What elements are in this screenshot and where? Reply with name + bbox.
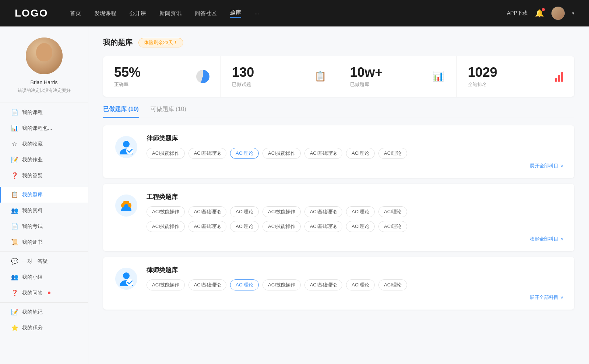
user-dropdown-arrow[interactable]: ▾: [572, 11, 574, 16]
qbank-collapse-button-1[interactable]: 收起全部科目 ∧: [147, 236, 564, 242]
stat-done-banks-value: 10w+: [350, 65, 383, 80]
sidebar-item-我的题库[interactable]: 📋我的题库: [0, 187, 88, 203]
qbank-tag[interactable]: ACI理论: [346, 148, 375, 159]
qbank-title-2: 律师类题库: [147, 266, 564, 274]
qbank-tag[interactable]: ACI技能操作: [147, 206, 185, 217]
sidebar-divider: [0, 251, 88, 252]
sidebar-menu-icon: 📝: [11, 156, 18, 163]
qbank-tag[interactable]: ACI理论: [230, 206, 259, 217]
qbank-tag[interactable]: ACI基础理论: [188, 148, 227, 159]
qbank-cards-container: 律师类题库ACI技能操作ACI基础理论ACI理论ACI技能操作ACI基础理论AC…: [103, 125, 574, 310]
sidebar-menu-label: 我的课程: [22, 109, 43, 116]
stat-done-banks-label: 已做题库: [350, 81, 383, 88]
qbank-tag[interactable]: ACI基础理论: [188, 279, 227, 290]
qbank-tag[interactable]: ACI理论: [230, 279, 259, 290]
notification-bell[interactable]: 🔔: [535, 9, 544, 18]
navbar-menu-item[interactable]: ···: [254, 10, 259, 17]
sidebar-item-我的答疑[interactable]: ❓我的答疑: [0, 168, 88, 183]
stat-done-questions-value: 130: [232, 65, 254, 80]
qbank-tag[interactable]: ACI理论: [378, 279, 407, 290]
qbank-tag[interactable]: ACI理论: [378, 221, 407, 232]
trial-badge: 体验剩余23天！: [138, 38, 183, 47]
sidebar-item-一对一答疑[interactable]: 💬一对一答疑: [0, 253, 88, 269]
sidebar-item-我的课程包...[interactable]: 📊我的课程包...: [0, 120, 88, 136]
navbar-menu-item[interactable]: 首页: [70, 10, 81, 17]
qbank-tag[interactable]: ACI技能操作: [262, 148, 301, 159]
tab-done-banks[interactable]: 已做题库 (10): [103, 106, 139, 118]
tabs-row: 已做题库 (10) 可做题库 (10): [103, 106, 574, 118]
avatar-image: [551, 7, 565, 20]
stat-rank-left: 1029 全站排名: [468, 65, 497, 88]
navbar-menu-item[interactable]: 问答社区: [195, 10, 217, 17]
qbank-tag[interactable]: ACI基础理论: [304, 279, 343, 290]
notification-dot: [542, 8, 545, 11]
navbar-menu-item[interactable]: 发现课程: [94, 10, 116, 17]
sidebar-menu: 📄我的课程📊我的课程包...☆我的收藏📝我的作业❓我的答疑📋我的题库👥我的资料📄…: [0, 104, 88, 336]
qbank-icon-lawyer: [113, 134, 139, 160]
tab-available-banks[interactable]: 可做题库 (10): [151, 106, 186, 118]
qbank-card-header-1: 工程类题库ACI技能操作ACI基础理论ACI理论ACI技能操作ACI基础理论AC…: [113, 193, 564, 242]
sidebar-divider: [0, 302, 88, 303]
app-download-button[interactable]: APP下载: [507, 10, 528, 17]
qbank-tag[interactable]: ACI理论: [230, 148, 259, 159]
main-content: 我的题库 体验剩余23天！ 55% 正确率 130 已做试题 📋: [88, 26, 589, 364]
qbank-expand-button-2[interactable]: 展开全部科目 ∨: [147, 294, 564, 301]
sidebar-menu-label: 我的问答: [22, 290, 43, 296]
navbar-menu-item[interactable]: 题库: [230, 9, 241, 18]
sidebar-menu-label: 我的积分: [22, 325, 43, 331]
sidebar-menu-label: 一对一答疑: [22, 258, 48, 265]
qbank-tags-row2-1: ACI技能操作ACI基础理论ACI理论ACI技能操作ACI基础理论ACI理论AC…: [147, 221, 564, 232]
qbank-tag[interactable]: ACI基础理论: [188, 206, 227, 217]
qbank-tag[interactable]: ACI理论: [346, 206, 375, 217]
sidebar-item-我的作业[interactable]: 📝我的作业: [0, 152, 88, 168]
stat-accuracy: 55% 正确率: [103, 56, 221, 97]
sidebar-item-我的考试[interactable]: 📄我的考试: [0, 218, 88, 234]
sidebar-divider-top: [0, 103, 88, 103]
navbar-menu-item[interactable]: 公开课: [130, 10, 146, 17]
stat-rank-label: 全站排名: [468, 81, 497, 88]
sidebar-item-我的资料[interactable]: 👥我的资料: [0, 203, 88, 218]
stat-rank-value: 1029: [468, 65, 497, 80]
qbank-tag[interactable]: ACI理论: [378, 206, 407, 217]
sidebar-motto: 错误的决定比没有决定要好: [12, 88, 77, 94]
svg-point-1: [123, 141, 130, 147]
accuracy-pie-icon: [196, 70, 209, 83]
sidebar-item-我的证书[interactable]: 📜我的证书: [0, 234, 88, 250]
qbank-tag[interactable]: ACI理论: [346, 279, 375, 290]
sidebar-item-我的积分[interactable]: ⭐我的积分: [0, 320, 88, 336]
avatar[interactable]: [551, 7, 565, 20]
qbank-tag[interactable]: ACI技能操作: [262, 221, 301, 232]
sidebar-menu-icon: 📝: [11, 308, 18, 315]
qbank-tag[interactable]: ACI技能操作: [147, 279, 185, 290]
sidebar-menu-icon: 👥: [11, 274, 18, 281]
qbank-expand-button-0[interactable]: 展开全部科目 ∨: [147, 163, 564, 169]
qbank-tag[interactable]: ACI理论: [346, 221, 375, 232]
qbank-tag[interactable]: ACI基础理论: [188, 221, 227, 232]
qbank-title-1: 工程类题库: [147, 193, 564, 201]
sidebar-item-我的收藏[interactable]: ☆我的收藏: [0, 136, 88, 152]
qbank-tag[interactable]: ACI理论: [230, 221, 259, 232]
qbank-tag[interactable]: ACI基础理论: [304, 206, 343, 217]
sidebar-menu-label: 我的小组: [22, 274, 43, 281]
sidebar-item-我的问答[interactable]: ❓我的问答: [0, 285, 88, 301]
qbank-tag[interactable]: ACI基础理论: [304, 148, 343, 159]
qbank-tag[interactable]: ACI技能操作: [147, 148, 185, 159]
sidebar-item-我的课程[interactable]: 📄我的课程: [0, 104, 88, 120]
qbank-tag[interactable]: ACI技能操作: [147, 221, 185, 232]
logo[interactable]: LOGO: [15, 7, 48, 19]
qbank-tag[interactable]: ACI技能操作: [262, 206, 301, 217]
qbank-tag[interactable]: ACI技能操作: [262, 279, 301, 290]
sidebar-item-我的笔记[interactable]: 📝我的笔记: [0, 304, 88, 320]
sidebar-item-我的小组[interactable]: 👥我的小组: [0, 269, 88, 285]
stat-done-banks: 10w+ 已做题库 📊: [339, 56, 457, 97]
page-header: 我的题库 体验剩余23天！: [103, 38, 574, 47]
qbank-tags-row1-1: ACI技能操作ACI基础理论ACI理论ACI技能操作ACI基础理论ACI理论AC…: [147, 206, 564, 217]
navbar-right: APP下载 🔔 ▾: [507, 7, 574, 20]
stat-accuracy-left: 55% 正确率: [114, 65, 141, 88]
qbank-tag[interactable]: ACI理论: [378, 148, 407, 159]
sidebar-menu-label: 我的笔记: [22, 309, 43, 315]
navbar-menu-item[interactable]: 新闻资讯: [159, 10, 181, 17]
qbank-info-2: 律师类题库ACI技能操作ACI基础理论ACI理论ACI技能操作ACI基础理论AC…: [147, 266, 564, 301]
svg-point-8: [123, 272, 130, 279]
qbank-tag[interactable]: ACI基础理论: [304, 221, 343, 232]
